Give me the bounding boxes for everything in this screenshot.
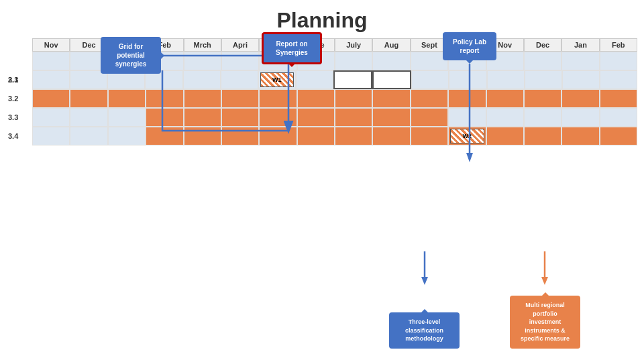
multi-regional-arrow xyxy=(542,289,549,296)
month-nov1: Nov xyxy=(32,38,70,52)
month-feb2: Feb xyxy=(600,38,637,52)
month-apri: Apri xyxy=(221,38,259,52)
report-callout-arrow xyxy=(288,63,296,71)
month-jan2: Jan xyxy=(561,38,599,52)
row-label-2-3: 2.3 xyxy=(7,70,32,89)
svg-marker-2 xyxy=(466,153,473,162)
svg-marker-3 xyxy=(421,277,428,285)
multi-regional-callout: Multi regional portfolio investment inst… xyxy=(510,296,580,349)
page-container: Planning Nov Dec Jan Feb Mrch Apri May J… xyxy=(0,0,644,362)
page-title: Planning xyxy=(0,0,644,38)
grid-callout: Grid for potential synergies xyxy=(101,37,161,74)
row-3-3: 3.3 xyxy=(7,108,637,127)
svg-marker-4 xyxy=(541,277,548,285)
grid-callout-arrow xyxy=(161,52,168,59)
month-mrch: Mrch xyxy=(184,38,221,52)
w1-marker: W1 xyxy=(260,72,294,87)
row-3-2: 3.2 xyxy=(7,89,637,108)
month-dec2: Dec xyxy=(524,38,561,52)
three-level-arrow xyxy=(421,306,428,312)
w2-marker: W2 xyxy=(450,129,484,143)
report-callout: Report on Synergies xyxy=(262,32,322,64)
month-aug: Aug xyxy=(372,38,410,52)
policy-callout: Policy Lab report xyxy=(443,32,496,60)
month-july: July xyxy=(335,38,372,52)
policy-callout-arrow xyxy=(466,60,473,67)
row-3-4: 3.4 W2 xyxy=(7,127,637,145)
three-level-callout: Three-level classification methodology xyxy=(389,312,460,349)
